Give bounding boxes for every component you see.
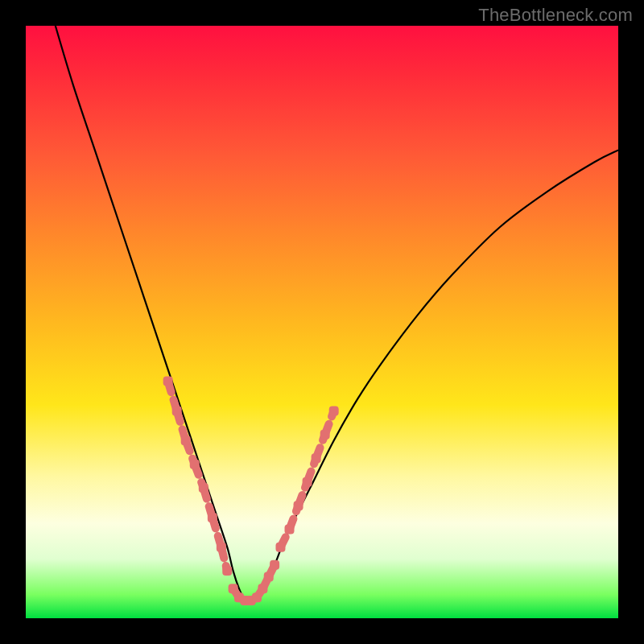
highlight-dot bbox=[199, 483, 208, 493]
plot-area bbox=[26, 26, 618, 618]
highlight-dot bbox=[285, 525, 295, 535]
highlight-dot bbox=[270, 560, 279, 570]
highlight-dot bbox=[275, 543, 285, 552]
highlight-dot bbox=[163, 377, 173, 386]
highlight-dot bbox=[258, 584, 267, 593]
highlight-dot bbox=[217, 543, 226, 552]
watermark-text: TheBottleneck.com bbox=[478, 5, 633, 26]
highlight-dot bbox=[294, 501, 303, 510]
highlight-dot bbox=[229, 584, 238, 593]
highlight-dot bbox=[264, 572, 274, 581]
curve-layer bbox=[26, 26, 618, 618]
highlight-dot bbox=[312, 453, 321, 463]
bottleneck-curve bbox=[56, 26, 618, 602]
highlight-dot bbox=[329, 406, 339, 415]
highlight-dot bbox=[222, 566, 232, 576]
highlight-dot bbox=[181, 436, 191, 445]
highlight-dot bbox=[303, 477, 312, 487]
highlight-dot bbox=[208, 513, 217, 522]
highlight-dot bbox=[320, 430, 330, 440]
highlight-dots-right bbox=[275, 406, 338, 551]
highlight-dots-left bbox=[163, 377, 233, 576]
highlight-dot bbox=[172, 406, 182, 415]
chart-frame: TheBottleneck.com bbox=[0, 0, 644, 644]
highlight-dot bbox=[190, 460, 200, 469]
highlight-dot bbox=[252, 592, 262, 602]
